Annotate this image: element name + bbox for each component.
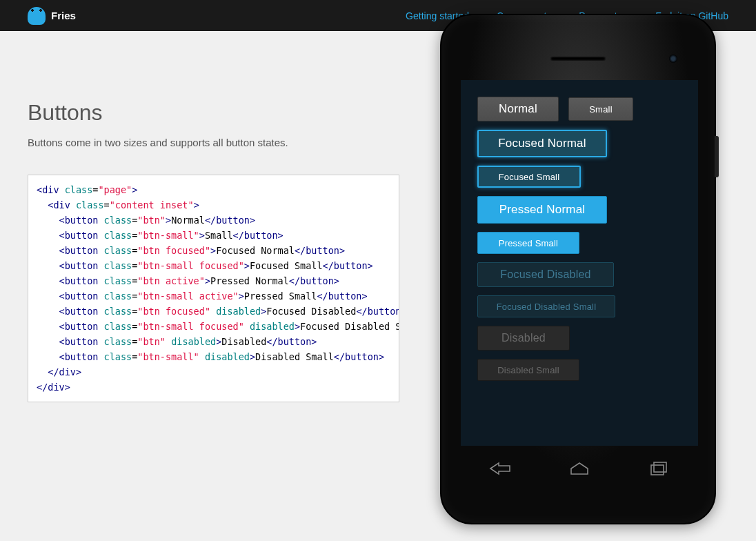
demo-pressed-small-button[interactable]: Pressed Small: [477, 232, 579, 254]
demo-disabled-small-button: Disabled Small: [477, 359, 579, 381]
phone-mockup: Normal Small Focused Normal Focused Smal…: [440, 14, 716, 524]
phone-speaker-icon: [550, 57, 606, 61]
code-sample: <div class="page"> <div class="content i…: [28, 175, 399, 402]
demo-normal-button[interactable]: Normal: [477, 97, 559, 121]
fries-logo-icon: [28, 7, 46, 25]
demo-small-button[interactable]: Small: [568, 97, 633, 121]
brand[interactable]: Fries: [28, 7, 76, 25]
demo-focused-normal-button[interactable]: Focused Normal: [477, 130, 607, 157]
svg-rect-1: [654, 462, 666, 472]
demo-disabled-button: Disabled: [477, 326, 570, 351]
back-icon[interactable]: [486, 458, 514, 479]
phone-camera-icon: [669, 55, 677, 63]
demo-focused-disabled-small-button: Focused Disabled Small: [477, 295, 615, 317]
demo-focused-disabled-button: Focused Disabled: [477, 262, 614, 287]
phone-screen: Normal Small Focused Normal Focused Smal…: [461, 80, 698, 446]
docs-column: Buttons Buttons come in two sizes and su…: [0, 31, 428, 402]
svg-rect-0: [651, 465, 664, 475]
demo-pressed-normal-button[interactable]: Pressed Normal: [477, 196, 607, 224]
section-description: Buttons come in two sizes and supports a…: [28, 137, 414, 148]
brand-text: Fries: [51, 10, 76, 21]
recents-icon[interactable]: [645, 458, 673, 479]
home-icon[interactable]: [566, 458, 593, 479]
android-nav-bar: [461, 453, 698, 484]
section-title: Buttons: [28, 100, 414, 126]
demo-focused-small-button[interactable]: Focused Small: [477, 166, 581, 188]
